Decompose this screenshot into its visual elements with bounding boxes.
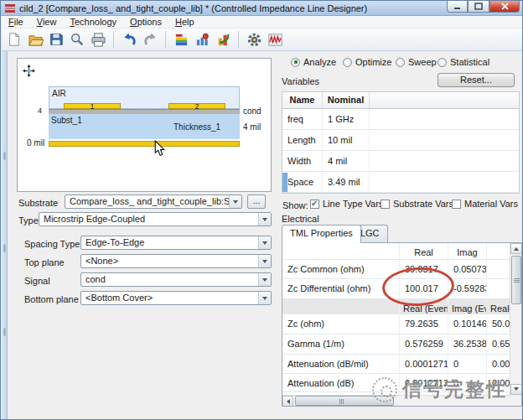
signal-combo[interactable]: cond: [80, 272, 272, 287]
chevron-down-icon: [258, 255, 271, 267]
table-row: Attenuation (dB) 0.00127135 0 0.001: [282, 374, 521, 392]
table-row[interactable]: freq 1 GHz: [282, 109, 519, 130]
checkbox-material-vars[interactable]: Material Vars: [452, 199, 518, 209]
table-row: Zc Common (ohm) 39.6317 0.0507345: [282, 260, 521, 279]
table-row[interactable]: Space 3.49 mil: [282, 172, 519, 193]
print-button[interactable]: [89, 30, 107, 49]
chevron-down-icon: [258, 236, 271, 249]
trace-1[interactable]: 1: [64, 103, 121, 109]
top-plane-label: Top plane: [24, 257, 65, 267]
checkbox-substrate-vars[interactable]: Substrate Vars: [381, 199, 453, 209]
cell-value: 0.101469: [448, 314, 487, 334]
row-selection-indicator: [282, 173, 288, 192]
new-document-button[interactable]: [5, 30, 23, 49]
var-nominal[interactable]: 3.49 mil: [323, 172, 370, 192]
var-nominal[interactable]: 1 GHz: [323, 109, 370, 129]
var-nominal[interactable]: 10 mil: [323, 130, 370, 150]
menu-options[interactable]: Options: [123, 16, 168, 29]
substrate-combo[interactable]: Compare_loss_ and_tight_couple_lib:S_par…: [65, 194, 242, 209]
trace-2[interactable]: 2: [168, 103, 225, 109]
header-real-odd[interactable]: Real (: [487, 299, 510, 314]
bottom-plane-combo[interactable]: <Bottom Cover>: [80, 291, 272, 305]
bottom-cover-layer[interactable]: [49, 141, 240, 147]
settings-button[interactable]: [245, 30, 263, 49]
menu-help[interactable]: Help: [168, 16, 201, 29]
radio-statistical[interactable]: Statistical: [438, 57, 489, 67]
table-row[interactable]: Width 4 mil: [282, 151, 519, 172]
optimize-chart-button[interactable]: [214, 30, 232, 49]
substrate-browse-button[interactable]: ...: [247, 194, 266, 209]
header-imag[interactable]: Imag: [448, 243, 487, 259]
row-label: Attenuation (dB): [282, 374, 400, 391]
electrical-label: Electrical: [282, 214, 319, 224]
menu-view[interactable]: View: [30, 16, 64, 29]
radio-sweep-label: Sweep: [408, 57, 437, 67]
tab-tml-properties[interactable]: TML Properties: [282, 225, 361, 243]
splitter-grip: [3, 244, 6, 252]
save-button[interactable]: [47, 30, 65, 49]
radio-button-icon: [396, 58, 405, 67]
open-folder-icon: [28, 32, 44, 48]
column-header-name[interactable]: Name: [282, 92, 323, 108]
cell-value: [487, 279, 510, 298]
substrate-value: Compare_loss_ and_tight_couple_lib:S_par…: [70, 196, 242, 206]
header-real[interactable]: Real: [400, 243, 448, 259]
undo-button[interactable]: [120, 30, 138, 49]
redo-button[interactable]: [141, 30, 159, 49]
scroll-left-button[interactable]: [282, 396, 293, 407]
var-nominal[interactable]: 4 mil: [323, 151, 370, 171]
spacing-type-value: Edge-To-Edge: [85, 237, 144, 247]
var-name: Space: [282, 172, 323, 192]
maximize-button[interactable]: [468, 1, 489, 13]
analyze-chart-button[interactable]: [193, 30, 211, 49]
horizontal-scroll-thumb[interactable]: [295, 396, 394, 406]
minimize-button[interactable]: [447, 1, 468, 13]
cell-value: 79.2635: [400, 314, 448, 334]
close-button[interactable]: [489, 1, 520, 13]
zoom-button[interactable]: [68, 30, 86, 49]
cell-value: 0: [448, 374, 487, 391]
horizontal-scrollbar[interactable]: [282, 395, 510, 406]
radio-sweep[interactable]: Sweep: [396, 57, 437, 67]
type-combo[interactable]: Microstrip Edge-Coupled: [39, 212, 272, 226]
app-window: cild_2 [Compare_loss_ and_tight_couple_l…: [0, 0, 523, 420]
splitter-handle[interactable]: [2, 51, 8, 420]
column-header-nominal[interactable]: Nominal: [323, 92, 370, 108]
cross-section-panel[interactable]: AIR 1 2 Subst_1 4 cond Thickness_1 4 mil…: [17, 58, 272, 192]
maximize-icon: [474, 3, 483, 10]
move-cursor-icon: [23, 65, 35, 77]
menu-file[interactable]: File: [2, 16, 30, 29]
checkbox-icon: [381, 200, 390, 209]
type-label: Type: [18, 215, 39, 226]
cell-value: 0.0507345: [448, 260, 487, 278]
open-file-button[interactable]: [26, 30, 44, 49]
toolbar: [2, 29, 523, 51]
menu-technology[interactable]: Technology: [63, 16, 123, 29]
signal-label: Signal: [24, 276, 50, 286]
variables-table-header: Name Nominal: [282, 92, 519, 109]
chevron-down-icon: [258, 273, 271, 286]
header-real-even[interactable]: Real (Even): [400, 299, 448, 314]
scroll-up-button[interactable]: [510, 243, 522, 254]
spacing-type-label: Spacing Type: [24, 239, 80, 249]
spacing-type-combo[interactable]: Edge-To-Edge: [80, 236, 272, 250]
stackup-chart-button[interactable]: [172, 30, 190, 49]
scroll-down-button[interactable]: [510, 384, 522, 395]
top-plane-combo[interactable]: <None>: [80, 254, 272, 268]
air-label: AIR: [52, 89, 66, 98]
gear-icon: [246, 32, 262, 48]
arrow-down-icon: [514, 387, 519, 393]
row-label: Zc (ohm): [282, 314, 400, 334]
radio-analyze[interactable]: Analyze: [291, 57, 336, 67]
waveform-plot-button[interactable]: [266, 30, 284, 49]
mouse-cursor: [154, 140, 165, 157]
reset-button[interactable]: Reset...: [438, 73, 515, 87]
vertical-scrollbar[interactable]: [510, 243, 521, 406]
analysis-panel: Analyze Optimize Sweep Statistical Varia…: [278, 51, 523, 420]
header-imag-even[interactable]: Imag (Even): [448, 299, 487, 314]
radio-optimize[interactable]: Optimize: [343, 57, 391, 67]
header-blank: [487, 243, 510, 259]
vertical-scroll-thumb[interactable]: [511, 256, 521, 304]
table-row[interactable]: Length 10 mil: [282, 130, 519, 151]
checkbox-line-type-vars[interactable]: Line Type Vars: [310, 199, 383, 209]
